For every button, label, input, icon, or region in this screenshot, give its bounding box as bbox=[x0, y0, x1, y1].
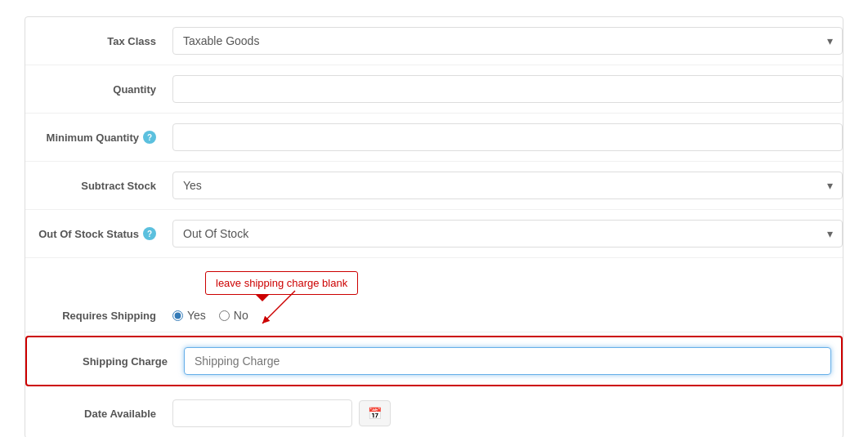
requires-shipping-no-radio[interactable] bbox=[219, 310, 230, 321]
requires-shipping-yes-label[interactable]: Yes bbox=[172, 309, 206, 322]
out-of-stock-select-wrapper: Out Of Stock In Stock Pre-Order bbox=[172, 220, 843, 247]
minimum-quantity-control-wrap: 1 bbox=[172, 123, 843, 151]
tax-class-row: Tax Class Taxable Goods None Downloadabl… bbox=[25, 17, 843, 65]
shipping-charge-label: Shipping Charge bbox=[37, 355, 184, 368]
minimum-quantity-info-icon[interactable]: ? bbox=[143, 131, 156, 144]
quantity-label: Quantity bbox=[25, 83, 172, 96]
out-of-stock-status-row: Out Of Stock Status ? Out Of Stock In St… bbox=[25, 210, 843, 258]
tax-class-control-wrap: Taxable Goods None Downloadable Product bbox=[172, 27, 843, 55]
subtract-stock-control-wrap: Yes No bbox=[172, 172, 843, 199]
quantity-control-wrap: 953 bbox=[172, 75, 843, 103]
subtract-stock-label: Subtract Stock bbox=[25, 180, 172, 192]
date-available-label: Date Available bbox=[25, 408, 172, 420]
out-of-stock-select[interactable]: Out Of Stock In Stock Pre-Order bbox=[172, 220, 843, 247]
minimum-quantity-label: Minimum Quantity ? bbox=[25, 131, 172, 144]
date-available-row: Date Available 2009-02-03 📅 bbox=[25, 390, 843, 437]
calendar-icon: 📅 bbox=[368, 407, 382, 420]
out-of-stock-info-icon[interactable]: ? bbox=[143, 227, 156, 240]
minimum-quantity-row: Minimum Quantity ? 1 bbox=[25, 114, 843, 162]
subtract-stock-select[interactable]: Yes No bbox=[172, 172, 843, 199]
date-available-input[interactable]: 2009-02-03 bbox=[172, 399, 352, 427]
calendar-button[interactable]: 📅 bbox=[359, 400, 391, 426]
minimum-quantity-input[interactable]: 1 bbox=[172, 123, 843, 151]
shipping-charge-highlighted-row: Shipping Charge bbox=[25, 336, 843, 386]
requires-shipping-label: Requires Shipping bbox=[25, 310, 172, 322]
out-of-stock-control-wrap: Out Of Stock In Stock Pre-Order bbox=[172, 220, 843, 247]
tax-class-select-wrapper: Taxable Goods None Downloadable Product bbox=[172, 27, 843, 55]
requires-shipping-section: leave shipping charge blank Requires Shi… bbox=[25, 258, 843, 332]
quantity-row: Quantity 953 bbox=[25, 65, 843, 114]
shipping-charge-row: Shipping Charge bbox=[27, 337, 841, 385]
shipping-charge-input[interactable] bbox=[184, 347, 831, 375]
callout-arrow bbox=[254, 291, 369, 332]
subtract-stock-row: Subtract Stock Yes No bbox=[25, 162, 843, 210]
tax-class-select[interactable]: Taxable Goods None Downloadable Product bbox=[172, 27, 843, 55]
tax-class-label: Tax Class bbox=[25, 35, 172, 47]
shipping-charge-control-wrap bbox=[184, 347, 831, 375]
svg-line-0 bbox=[262, 291, 295, 323]
date-available-control-wrap: 2009-02-03 📅 bbox=[172, 399, 843, 427]
out-of-stock-status-label: Out Of Stock Status ? bbox=[25, 227, 172, 240]
quantity-input[interactable]: 953 bbox=[172, 75, 843, 103]
requires-shipping-yes-radio[interactable] bbox=[172, 310, 183, 321]
requires-shipping-row: Requires Shipping Yes No bbox=[25, 299, 843, 332]
subtract-stock-select-wrapper: Yes No bbox=[172, 172, 843, 199]
requires-shipping-no-label[interactable]: No bbox=[219, 309, 248, 322]
date-input-group: 2009-02-03 📅 bbox=[172, 399, 843, 427]
